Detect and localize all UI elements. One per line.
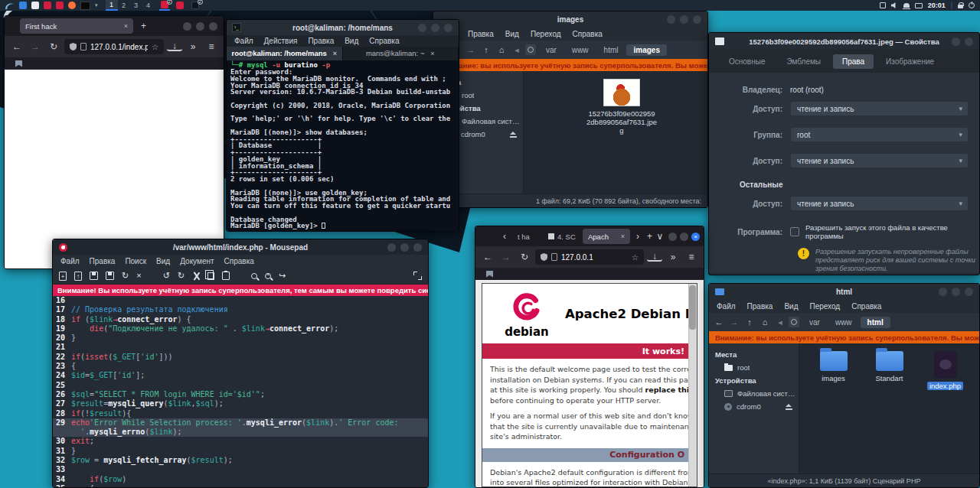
close-button[interactable] [209, 22, 217, 31]
menu-item[interactable]: Документ [180, 257, 214, 265]
reload-button[interactable]: ↻ [517, 249, 532, 265]
close-button[interactable] [965, 288, 973, 296]
minimize-button[interactable] [668, 233, 677, 241]
reload-icon[interactable]: ↻ [122, 272, 129, 280]
executable-checkbox[interactable] [790, 227, 799, 236]
firefox-launcher-icon[interactable] [68, 2, 76, 9]
new-tab-button[interactable]: + [141, 21, 146, 31]
menu-item[interactable]: Справка [224, 257, 254, 265]
home-button[interactable]: ⌂ [495, 43, 508, 57]
close-button[interactable] [413, 243, 422, 252]
back-button[interactable]: ← [480, 249, 495, 265]
maximize-button[interactable] [680, 233, 688, 241]
notifications-icon[interactable] [903, 3, 910, 8]
minimize-button[interactable] [387, 243, 396, 252]
eject-icon[interactable] [786, 404, 792, 410]
file-item[interactable]: index.php [923, 351, 967, 390]
owner-access-dropdown[interactable]: чтение и запись [790, 101, 969, 116]
downloads-icon[interactable]: ↓ [647, 253, 662, 262]
undo-icon[interactable]: ↺ [163, 272, 170, 280]
downloads-icon[interactable]: ↓ [167, 43, 182, 51]
menu-item[interactable]: Справка [573, 30, 603, 38]
paste-icon[interactable] [222, 272, 230, 280]
maximize-button[interactable] [400, 243, 409, 252]
bookmark-icon[interactable] [15, 60, 22, 67]
forward-button[interactable]: → [727, 315, 741, 329]
chevron-down-icon[interactable]: ▾ [95, 3, 98, 8]
tab-Права[interactable]: Права [833, 54, 874, 69]
file-item[interactable]: images [812, 351, 855, 390]
editor-launcher-icon[interactable] [56, 2, 64, 9]
workspace-button[interactable]: 3 [130, 0, 142, 11]
close-tab-icon[interactable]: × [333, 50, 337, 57]
maximize-button[interactable] [196, 22, 204, 31]
maximize-button[interactable] [952, 288, 960, 296]
tab-sql[interactable]: 4. SC [543, 229, 583, 244]
lock-icon[interactable] [958, 5, 963, 8]
list-tabs-icon[interactable]: ∨ [652, 229, 668, 244]
screenshot-thumbnail[interactable] [80, 2, 90, 10]
media-root-icon[interactable] [789, 317, 799, 327]
display-settings-icon[interactable] [19, 2, 27, 9]
maximize-button[interactable] [680, 15, 688, 24]
up-button[interactable]: ↑ [743, 315, 756, 329]
close-file-icon[interactable]: × [136, 272, 141, 280]
eject-icon[interactable] [510, 132, 517, 138]
close-tab-icon[interactable]: × [621, 233, 625, 240]
taskbar-mousepad[interactable]: 2 [159, 0, 170, 11]
clock[interactable]: 20:01 [928, 2, 946, 9]
title-bar[interactable]: /var/www/html/index.php - Mousepad [53, 239, 428, 255]
breadcrumb-item[interactable]: html [861, 317, 890, 328]
new-tab-button[interactable]: + [647, 231, 652, 242]
menu-item[interactable]: Вид [345, 37, 358, 45]
bookmark-star-icon[interactable]: ☆ [632, 253, 639, 262]
url-bar[interactable]: 127.0.0.1/index.ph ☆ [64, 39, 164, 54]
title-bar[interactable]: ›_ root@kaliman: /home/mans [227, 20, 459, 35]
title-bar[interactable]: images [433, 11, 707, 27]
shield-icon[interactable] [541, 253, 547, 261]
kali-menu-logo[interactable] [5, 2, 15, 10]
clipboard-icon[interactable] [880, 2, 886, 8]
workspace-button[interactable]: 4 [142, 0, 155, 11]
menu-item[interactable]: Переход [531, 30, 561, 38]
breadcrumb-item[interactable]: images [626, 44, 666, 56]
tab-first-hack[interactable]: First hack × [20, 18, 133, 34]
new-document-icon[interactable]: + [59, 272, 67, 281]
breadcrumb-item[interactable]: var [802, 317, 827, 328]
volume-icon[interactable] [891, 2, 898, 8]
back-button[interactable]: ← [9, 39, 24, 54]
prev-crumb-icon[interactable]: ◂ [510, 43, 524, 57]
menu-item[interactable]: Правка [468, 30, 494, 38]
terminal-tab[interactable]: root@kaliman: /home/mans× [227, 47, 343, 61]
group-dropdown[interactable]: root [790, 127, 969, 142]
forward-button[interactable]: → [498, 249, 514, 265]
terminal-tab[interactable]: mans@kaliman: ~× [343, 47, 459, 61]
others-access-dropdown[interactable]: чтение и запись [790, 196, 969, 211]
close-button[interactable]: × [691, 233, 700, 241]
menu-item[interactable]: Файл [234, 37, 253, 45]
sidebar-item-root[interactable]: root [709, 361, 799, 374]
menu-item[interactable]: Правка [308, 37, 334, 45]
bookmark-star-icon[interactable]: ☆ [152, 43, 158, 51]
menu-item[interactable]: Вид [156, 257, 170, 265]
scrollbar[interactable] [688, 284, 697, 486]
tab-apache[interactable]: Apach × [583, 229, 630, 244]
close-button[interactable] [444, 24, 452, 32]
tab-partial[interactable]: t ha [512, 229, 543, 244]
save-as-icon[interactable] [106, 272, 114, 280]
prev-crumb-icon[interactable]: ◂ [773, 315, 787, 329]
url-bar[interactable]: 127.0.0.1 ☆ [535, 249, 644, 265]
taskbar-terminal[interactable]: 2 [190, 0, 201, 11]
breadcrumb-item[interactable]: www [828, 317, 859, 328]
sidebar-item-cdrom0[interactable]: cdrom0 [709, 400, 799, 413]
save-icon[interactable] [90, 272, 98, 280]
redo-icon[interactable]: ↻ [178, 272, 185, 280]
menu-icon[interactable]: ≡ [204, 39, 219, 54]
menu-item[interactable]: Справка [851, 302, 881, 311]
up-button[interactable]: ↑ [479, 43, 493, 57]
workspace-button[interactable]: 1 [106, 0, 118, 11]
file-view[interactable]: imagesStandartindex.php [799, 343, 979, 473]
workspace-button[interactable]: 2 [118, 0, 130, 11]
cut-icon[interactable] [192, 272, 200, 280]
overflow-icon[interactable]: » [665, 249, 681, 265]
